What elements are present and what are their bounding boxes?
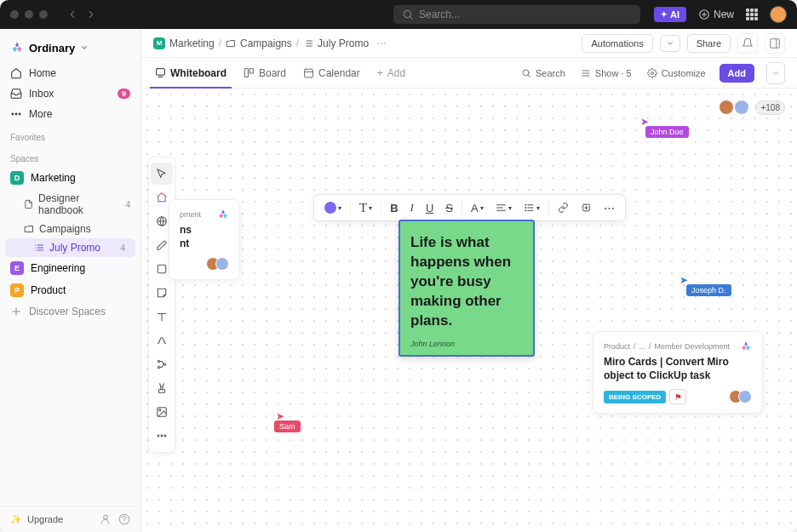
tree-july-promo[interactable]: July Promo 4 [5, 238, 135, 257]
svg-rect-24 [157, 69, 165, 76]
tree-designer-handbook[interactable]: Designer handbook 4 [0, 189, 140, 220]
svg-point-7 [19, 113, 20, 115]
svg-point-46 [161, 435, 163, 437]
view-search[interactable]: Search [519, 68, 567, 78]
tree-campaigns[interactable]: Campaigns [0, 220, 140, 238]
tab-calendar[interactable]: Calendar [301, 58, 362, 88]
search-placeholder: Search... [419, 9, 460, 20]
cursor-label: John Doe [645, 126, 689, 138]
tab-board[interactable]: Board [242, 58, 288, 88]
ai-button[interactable]: ✦AI [654, 7, 686, 22]
upgrade-icon: ✨ [10, 514, 22, 525]
note-author: John Lennon [410, 340, 523, 348]
sticky-note[interactable]: Life is what happens when you're busy ma… [398, 220, 535, 357]
svg-line-1 [410, 16, 412, 19]
fmt-font[interactable]: T▾ [354, 197, 377, 218]
presence-avatar[interactable] [718, 99, 735, 116]
note-text: Life is what happens when you're busy ma… [410, 233, 523, 331]
new-button[interactable]: New [698, 9, 734, 20]
inbox-badge: 9 [118, 89, 130, 99]
tool-sticky[interactable] [151, 282, 173, 304]
favorites-label: Favorites [0, 124, 140, 146]
svg-rect-37 [158, 265, 165, 272]
svg-point-35 [651, 72, 653, 74]
global-search[interactable]: Search... [393, 5, 640, 24]
apps-icon[interactable] [746, 9, 758, 20]
space-marketing[interactable]: D Marketing [0, 167, 140, 189]
fmt-italic[interactable]: I [405, 197, 419, 218]
tab-add-view[interactable]: +Add [376, 58, 407, 88]
svg-point-44 [159, 409, 161, 411]
add-dropdown[interactable] [766, 62, 785, 84]
task-card[interactable]: Product/ .../ Member Development Miro Ca… [593, 331, 763, 414]
presence-more[interactable]: +108 [755, 100, 785, 115]
tool-select[interactable] [151, 163, 173, 185]
share-button[interactable]: Share [687, 34, 731, 53]
tool-image[interactable] [151, 401, 173, 423]
fmt-convert[interactable] [576, 197, 597, 218]
svg-point-45 [158, 435, 159, 437]
spaces-label: Spaces [0, 146, 140, 167]
breadcrumb[interactable]: M Marketing / Campaigns / July Promo ⋯ [153, 37, 387, 49]
fmt-strike[interactable]: S [440, 197, 458, 218]
add-button[interactable]: Add [720, 64, 754, 83]
svg-rect-22 [771, 38, 780, 48]
fmt-textcolor[interactable]: A▾ [466, 197, 489, 218]
svg-point-5 [12, 113, 14, 115]
svg-rect-26 [245, 69, 249, 77]
sidebar: Ordinary Home Inbox 9 More Favorites Spa… [0, 29, 141, 532]
panel-icon[interactable] [765, 33, 785, 54]
help-icon[interactable] [118, 513, 130, 525]
selection-toolbar: ▾ T▾ B I U S A▾ ▾ ▾ ⋯ [313, 194, 626, 221]
bell-icon[interactable] [737, 33, 758, 54]
cursor-label: Sam [274, 420, 301, 432]
discover-spaces[interactable]: Discover Spaces [0, 301, 140, 322]
tool-more[interactable] [151, 425, 173, 447]
fmt-link[interactable] [553, 197, 574, 218]
whiteboard-canvas[interactable]: +108 ▾ T▾ B [141, 89, 797, 532]
svg-point-54 [525, 204, 525, 205]
back-button[interactable] [66, 9, 78, 20]
space-engineering[interactable]: E Engineering [0, 257, 140, 279]
automations-button[interactable]: Automations [582, 34, 652, 53]
task-card[interactable]: pment nsnt [169, 199, 240, 280]
presence-avatar[interactable] [733, 99, 750, 116]
svg-point-56 [525, 210, 525, 211]
svg-rect-27 [250, 69, 254, 73]
tool-relation[interactable] [151, 353, 173, 375]
view-show[interactable]: Show · 5 [579, 68, 634, 78]
view-customize[interactable]: Customize [645, 68, 708, 78]
user-avatar[interactable] [770, 6, 787, 23]
tool-stamp[interactable] [151, 377, 173, 399]
tool-text[interactable] [151, 306, 173, 328]
svg-point-16 [104, 515, 108, 519]
window-controls[interactable] [10, 10, 48, 19]
svg-rect-28 [305, 69, 313, 77]
fmt-more[interactable]: ⋯ [599, 197, 620, 218]
svg-line-31 [528, 75, 530, 77]
workspace-switcher[interactable]: Ordinary [0, 36, 140, 63]
nav-home[interactable]: Home [0, 63, 140, 83]
fmt-color[interactable]: ▾ [319, 197, 347, 218]
flag-icon[interactable]: ⚑ [669, 389, 686, 404]
forward-button[interactable] [85, 9, 97, 20]
upgrade-link[interactable]: Upgrade [27, 514, 63, 524]
fmt-bold[interactable]: B [385, 197, 403, 218]
fmt-underline[interactable]: U [421, 197, 439, 218]
fmt-align[interactable]: ▾ [490, 197, 517, 218]
status-chip: BEING SCOPED [604, 391, 666, 403]
cursor-label: Joseph D. [686, 284, 731, 296]
nav-inbox[interactable]: Inbox 9 [0, 83, 140, 104]
svg-point-47 [164, 435, 166, 437]
fmt-list[interactable]: ▾ [519, 197, 545, 218]
svg-point-55 [525, 207, 525, 208]
automations-dropdown[interactable] [660, 35, 680, 52]
space-product[interactable]: P Product [0, 279, 140, 301]
nav-more[interactable]: More [0, 104, 140, 124]
svg-point-6 [15, 113, 17, 115]
tab-whiteboard[interactable]: Whiteboard [153, 58, 228, 88]
tool-connector[interactable] [151, 329, 173, 352]
person-icon[interactable] [100, 513, 112, 525]
